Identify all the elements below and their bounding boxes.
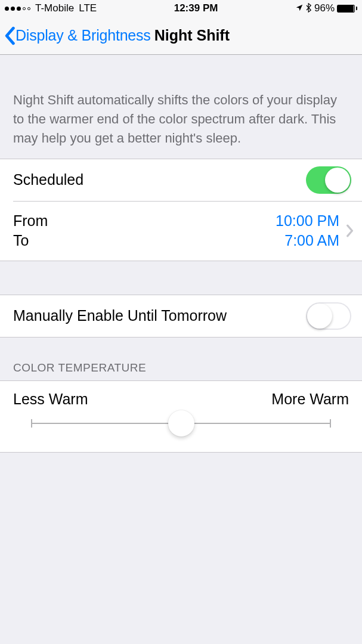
clock: 12:39 PM — [174, 2, 218, 14]
status-left: T-Mobile LTE — [5, 2, 97, 14]
schedule-time-labels: From To — [13, 212, 48, 249]
page-title: Night Shift — [154, 27, 230, 44]
signal-strength-icon — [5, 7, 30, 11]
schedule-times-row[interactable]: From To 10:00 PM 7:00 AM — [0, 201, 362, 261]
from-time: 10:00 PM — [276, 212, 339, 230]
scheduled-label: Scheduled — [13, 171, 83, 188]
intro-text: Night Shift automatically shifts the col… — [0, 55, 362, 159]
battery-icon — [337, 5, 357, 13]
schedule-time-values: 10:00 PM 7:00 AM — [48, 212, 343, 249]
scheduled-row: Scheduled — [0, 159, 362, 201]
scheduled-group: Scheduled From To 10:00 PM 7:00 AM — [0, 159, 362, 261]
less-warm-label: Less Warm — [13, 391, 88, 408]
chevron-right-icon — [343, 224, 356, 237]
back-button[interactable]: Display & Brightness — [4, 26, 151, 45]
color-temperature-header: COLOR TEMPERATURE — [0, 338, 362, 380]
battery-pct: 96% — [314, 2, 335, 14]
scheduled-switch[interactable] — [306, 166, 351, 194]
to-label: To — [13, 232, 48, 249]
status-right: 96% — [295, 2, 357, 14]
manual-enable-switch[interactable] — [306, 302, 351, 330]
slider-knob[interactable] — [168, 410, 194, 436]
bluetooth-icon — [306, 3, 312, 14]
chevron-left-icon — [4, 26, 16, 45]
location-icon — [295, 4, 304, 14]
manual-enable-label: Manually Enable Until Tomorrow — [13, 307, 227, 324]
manual-group: Manually Enable Until Tomorrow — [0, 295, 362, 338]
manual-enable-row: Manually Enable Until Tomorrow — [0, 295, 362, 337]
back-label: Display & Brightness — [16, 27, 151, 44]
network-type: LTE — [79, 2, 97, 14]
nav-bar: Display & Brightness Night Shift — [0, 17, 362, 55]
to-time: 7:00 AM — [284, 232, 339, 249]
color-temperature-cell: Less Warm More Warm — [0, 380, 362, 453]
color-temperature-slider[interactable] — [31, 411, 331, 435]
carrier-label: T-Mobile — [35, 2, 74, 14]
status-bar: T-Mobile LTE 12:39 PM 96% — [0, 0, 362, 17]
more-warm-label: More Warm — [271, 391, 349, 408]
from-label: From — [13, 212, 48, 230]
